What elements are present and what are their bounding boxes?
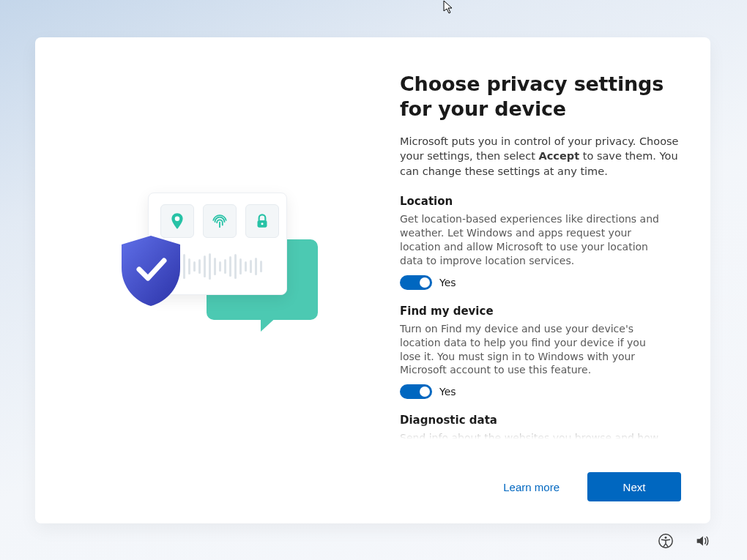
svg-point-0 (175, 217, 180, 222)
toggle-row: Yes (400, 275, 681, 290)
setting-title: Location (400, 195, 681, 208)
learn-more-link[interactable]: Learn more (497, 474, 565, 501)
intro-text: Microsoft puts you in control of your pr… (400, 134, 681, 179)
privacy-settings-card: Choose privacy settings for your device … (35, 37, 710, 523)
next-button[interactable]: Next (587, 472, 681, 501)
toggle-label: Yes (439, 386, 456, 397)
find-my-device-toggle[interactable] (400, 384, 432, 399)
setting-location: Location Get location-based experiences … (400, 195, 681, 290)
shield-check-icon (117, 233, 185, 309)
setting-description: Turn on Find my device and use your devi… (400, 322, 681, 378)
illustration-area (35, 37, 400, 523)
toggle-row: Yes (400, 384, 681, 399)
settings-scroll-area[interactable]: Location Get location-based experiences … (400, 195, 681, 444)
setting-find-my-device: Find my device Turn on Find my device an… (400, 305, 681, 400)
footer-buttons: Learn more Next (497, 472, 681, 501)
location-toggle[interactable] (400, 275, 432, 290)
setting-diagnostic-data: Diagnostic data Send info about the webs… (400, 414, 681, 444)
content-area: Choose privacy settings for your device … (400, 37, 710, 523)
setting-description: Get location-based experiences like dire… (400, 212, 681, 268)
lock-icon (245, 204, 279, 238)
intro-bold: Accept (539, 150, 580, 162)
setting-title: Find my device (400, 305, 681, 318)
privacy-illustration (119, 193, 316, 346)
svg-point-4 (665, 537, 667, 539)
page-title: Choose privacy settings for your device (400, 72, 681, 122)
setting-description: Send info about the websites you browse … (400, 431, 681, 444)
toggle-label: Yes (439, 277, 456, 288)
system-tray (658, 533, 710, 552)
svg-point-2 (261, 223, 263, 225)
fingerprint-icon (203, 204, 237, 238)
accessibility-icon[interactable] (658, 533, 674, 552)
volume-icon[interactable] (694, 533, 710, 552)
chat-bubble-tail (261, 306, 289, 332)
setting-title: Diagnostic data (400, 414, 681, 427)
mouse-cursor (443, 0, 455, 13)
